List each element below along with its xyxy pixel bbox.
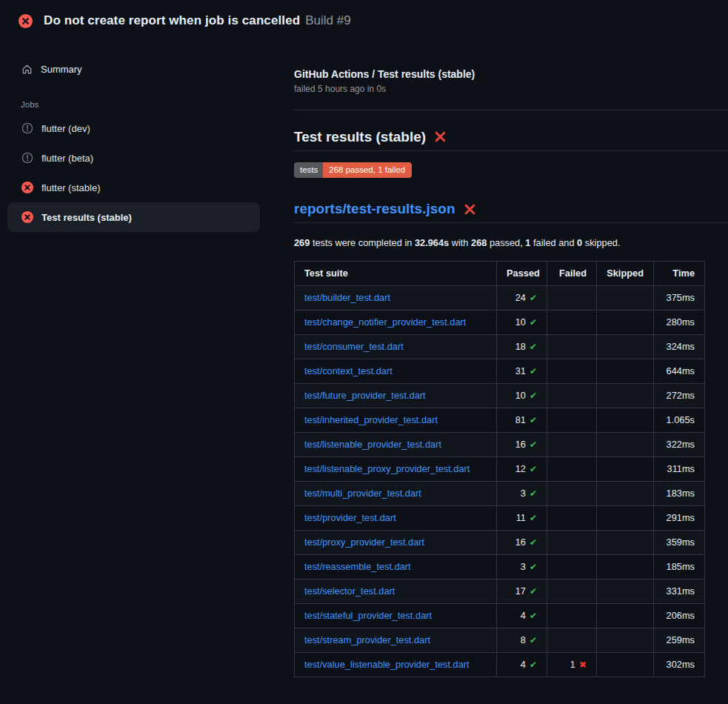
failed-circle-icon [19, 14, 33, 28]
table-row: test/change_notifier_provider_test.dart … [295, 311, 705, 335]
test-suite-link[interactable]: test/inherited_provider_test.dart [304, 414, 438, 425]
test-suite-link[interactable]: test/change_notifier_provider_test.dart [304, 316, 466, 328]
skipped-cell [597, 286, 654, 311]
time-cell: 272ms [654, 384, 705, 408]
passed-cell: 10✔ [497, 311, 547, 335]
passed-cell: 4✔ [497, 604, 547, 628]
test-suite-link[interactable]: test/multi_provider_test.dart [304, 488, 421, 499]
badge-value: 268 passed, 1 failed [323, 162, 412, 178]
check-icon: ✔ [530, 464, 537, 474]
main-content: GitHub Actions / Test results (stable) f… [294, 69, 728, 677]
test-suite-link[interactable]: test/stream_provider_test.dart [304, 634, 430, 645]
test-suite-link[interactable]: test/stateful_provider_test.dart [304, 610, 432, 621]
test-suite-link[interactable]: test/future_provider_test.dart [304, 390, 426, 401]
sidebar-job-test-results-stable[interactable]: Test results (stable) [7, 202, 260, 232]
total-count: 269 [294, 237, 310, 248]
check-icon: ✔ [530, 391, 537, 401]
passed-cell: 24✔ [497, 286, 547, 311]
table-header-row: Test suite Passed Failed Skipped Time [295, 262, 705, 286]
passed-cell: 3✔ [497, 482, 547, 506]
test-suite-link[interactable]: test/reassemble_test.dart [304, 561, 411, 572]
passed-count: 16 [515, 537, 526, 548]
skipped-cell [597, 408, 654, 433]
failed-cell: ✖ [547, 604, 597, 628]
passed-count: 16 [515, 439, 526, 450]
passed-count: 11 [516, 512, 526, 523]
x-circle-icon [21, 182, 33, 193]
table-row: test/reassemble_test.dart 3✔ ✖ 185ms [295, 555, 705, 580]
table-row: test/context_test.dart 31✔ ✖ 644ms [295, 359, 705, 384]
check-icon: ✔ [530, 342, 537, 352]
failed-cell: ✖ [547, 457, 597, 482]
failed-cell: ✖ [547, 506, 597, 531]
passed-cell: 11✔ [497, 506, 547, 531]
check-icon: ✔ [530, 562, 537, 572]
failed-cell: ✖ [547, 531, 597, 555]
skipped-cell [597, 604, 654, 628]
passed-total: 268 [471, 237, 487, 248]
table-row: test/listenable_provider_test.dart 16✔ ✖… [295, 433, 705, 457]
skipped-cell [597, 359, 654, 384]
failed-cell: ✖ [547, 359, 597, 384]
passed-count: 31 [515, 365, 526, 376]
test-suite-link[interactable]: test/proxy_provider_test.dart [304, 537, 424, 548]
time-cell: 359ms [654, 531, 705, 555]
test-suite-link[interactable]: test/selector_test.dart [304, 585, 395, 597]
col-failed: Failed [547, 262, 597, 286]
job-label: flutter (beta) [41, 153, 93, 164]
check-icon: ✔ [530, 293, 537, 303]
passed-cell: 18✔ [497, 335, 547, 359]
skipped-cell [597, 311, 654, 335]
sidebar-job-flutter-beta[interactable]: flutter (beta) [7, 143, 260, 173]
test-suite-link[interactable]: test/builder_test.dart [304, 292, 390, 303]
passed-cell: 81✔ [497, 408, 547, 433]
passed-count: 24 [515, 292, 526, 303]
sidebar-job-flutter-dev[interactable]: flutter (dev) [7, 113, 260, 143]
skipped-cell [597, 506, 654, 531]
test-suite-link[interactable]: test/value_listenable_provider_test.dart [304, 659, 470, 670]
passed-count: 81 [515, 414, 526, 425]
jobs-section-label: Jobs [7, 100, 260, 109]
report-file-link[interactable]: reports/test-results.json [294, 201, 455, 217]
sidebar-job-flutter-stable[interactable]: flutter (stable) [7, 173, 260, 202]
table-row: test/value_listenable_provider_test.dart… [295, 653, 705, 677]
col-passed: Passed [497, 262, 547, 286]
failed-cell: ✖ [547, 384, 597, 408]
section-title: Test results (stable) [294, 128, 728, 151]
check-icon: ✔ [530, 415, 537, 425]
check-icon: ✔ [530, 366, 537, 376]
table-row: test/listenable_proxy_provider_test.dart… [295, 457, 705, 482]
table-row: test/inherited_provider_test.dart 81✔ ✖ … [295, 408, 705, 433]
table-row: test/builder_test.dart 24✔ ✖ 375ms [295, 286, 705, 311]
time-cell: 183ms [654, 482, 705, 506]
passed-cell: 16✔ [497, 531, 547, 555]
time-cell: 324ms [654, 335, 705, 359]
test-suite-link[interactable]: test/context_test.dart [304, 365, 393, 376]
skipped-cell [597, 335, 654, 359]
cross-mark-icon [464, 203, 476, 216]
time-cell: 375ms [654, 286, 705, 311]
test-suite-link[interactable]: test/consumer_test.dart [304, 341, 404, 352]
passed-count: 4 [521, 659, 526, 670]
test-suite-link[interactable]: test/listenable_provider_test.dart [304, 439, 441, 450]
failed-cell: ✖ [547, 286, 597, 311]
check-icon: ✔ [530, 513, 537, 523]
passed-count: 10 [515, 390, 526, 401]
passed-cell: 4✔ [497, 653, 547, 677]
skipped-cell [597, 457, 654, 482]
failed-cell: ✖ [547, 555, 597, 580]
skipped-cell [597, 653, 654, 677]
skipped-cell [597, 482, 654, 506]
test-suite-link[interactable]: test/provider_test.dart [304, 512, 396, 523]
passed-count: 10 [515, 316, 526, 328]
sidebar-item-summary[interactable]: Summary [7, 56, 260, 82]
check-icon: ✔ [530, 660, 537, 670]
passed-cell: 17✔ [497, 580, 547, 604]
time-cell: 259ms [654, 628, 705, 653]
test-suite-link[interactable]: test/listenable_proxy_provider_test.dart [304, 463, 470, 474]
build-header: Do not create report when job is cancell… [0, 0, 728, 41]
passed-count: 3 [521, 561, 526, 572]
x-icon: ✖ [579, 660, 587, 670]
time-cell: 280ms [654, 311, 705, 335]
table-row: test/selector_test.dart 17✔ ✖ 331ms [295, 580, 705, 604]
